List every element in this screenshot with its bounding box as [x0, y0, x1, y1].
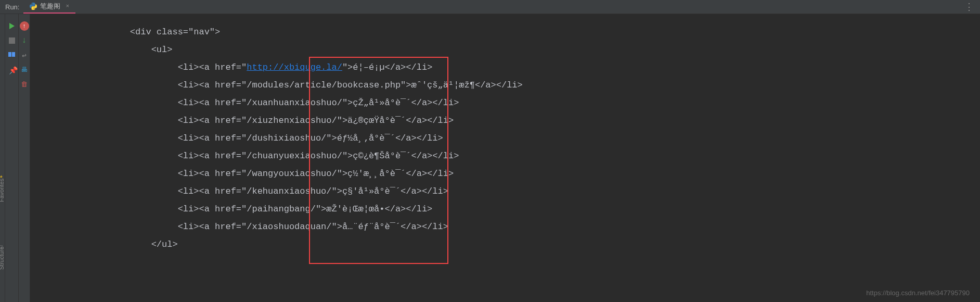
layout-icon [8, 52, 16, 58]
output-line: <li><a href="/dushixiaoshuo/">éƒ½å¸‚å°è¯… [82, 130, 980, 147]
output-line: <li><a href="/modules/article/bookcase.p… [82, 77, 980, 94]
structure-label[interactable]: Structure [0, 246, 5, 270]
up-button[interactable]: ↑ [20, 21, 29, 31]
output-line: <li><a href="/kehuanxiaoshuo/">ç§'å¹»å°è… [82, 183, 980, 200]
python-icon [30, 3, 37, 10]
output-url[interactable]: http://xbiquge.la/ [247, 62, 342, 72]
run-tab[interactable]: 笔趣阁 × [23, 0, 75, 14]
print-icon: 🖶 [21, 66, 28, 74]
output-line: <ul> [82, 41, 980, 59]
play-icon [9, 23, 15, 29]
trash-button[interactable]: 🗑 [20, 80, 29, 89]
output-line: <li><a href="/xiuzhenxiaoshuo/">ä¿®çœŸå°… [82, 112, 980, 130]
toolbar-right: ↑ ↓ ↩ 🖶 🗑 [19, 14, 30, 302]
pin-button[interactable]: 📌 [7, 65, 17, 74]
tab-label: 笔趣阁 [40, 2, 60, 11]
up-arrow-icon: ↑ [20, 21, 29, 31]
output-line: <li><a href="http://xbiquge.la/">é¦–é¡µ<… [82, 59, 980, 77]
output-line: <li><a href="/xuanhuanxiaoshuo/">çŽ„å¹»å… [82, 94, 980, 112]
top-bar-left: Run: 笔趣阁 × [0, 0, 75, 14]
print-button[interactable]: 🖶 [20, 65, 29, 74]
down-arrow-icon: ↓ [22, 36, 27, 45]
pin-icon: 📌 [9, 66, 15, 73]
stop-button[interactable] [7, 36, 17, 45]
toolbar-left: 📌 [5, 14, 19, 302]
output-line: <li><a href="/wangyouxiaoshuo/">ç½'æ¸¸å°… [82, 165, 980, 183]
top-bar: Run: 笔趣阁 × ⋮ [0, 0, 980, 14]
main-area: ★ Favorites ⬚ Structure 📌 ↑ ↓ ↩ [0, 14, 980, 302]
tab-close[interactable]: × [66, 3, 69, 9]
favorites-label[interactable]: Favorites [0, 179, 5, 202]
output-line: <li><a href="/xiaoshuodaquan/">å…¨éƒ¨å°è… [82, 218, 980, 236]
more-menu-icon[interactable]: ⋮ [964, 1, 974, 12]
watermark: https://blog.csdn.net/fei347795790 [866, 289, 970, 297]
down-button[interactable]: ↓ [20, 36, 29, 45]
stop-icon [9, 37, 15, 44]
wrap-icon: ↩ [22, 51, 26, 60]
output-line: </ul> [82, 236, 980, 254]
output-line: <li><a href="/paihangbang/">æŽ'è¡Œæ¦œå•<… [82, 200, 980, 218]
left-edge-panel: ★ Favorites ⬚ Structure [0, 14, 5, 302]
output-line: <div class="nav"> [82, 23, 980, 41]
trash-icon: 🗑 [21, 81, 28, 89]
wrap-button[interactable]: ↩ [20, 51, 29, 60]
layout-button[interactable] [7, 51, 17, 60]
output-line: <li><a href="/chuanyuexiaoshuo/">ç©¿è¶Šå… [82, 147, 980, 165]
console-output[interactable]: <div class="nav"> <ul> <li><a href="http… [30, 14, 980, 302]
play-button[interactable] [7, 21, 17, 31]
run-label: Run: [0, 3, 23, 11]
